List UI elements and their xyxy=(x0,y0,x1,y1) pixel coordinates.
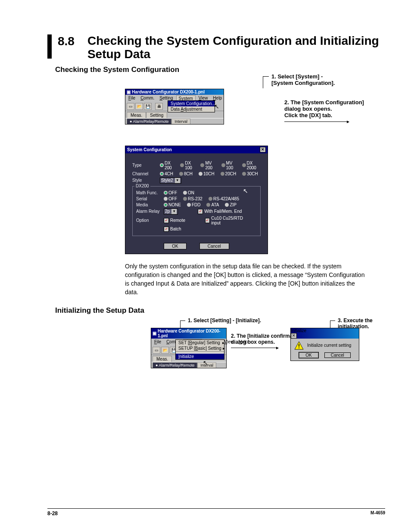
window2-title: Hardware Configurator DX200-1.pnl xyxy=(158,329,225,338)
initdlg-title: Initialize xyxy=(291,328,306,333)
label-style: Style xyxy=(132,178,156,183)
cursor-icon-3: ↖ xyxy=(203,359,208,366)
subtab-alarm2[interactable]: ● Alarm/Relay/Remote xyxy=(153,362,197,368)
menu-item-sysconfig[interactable]: System Configuration... xyxy=(168,101,215,106)
radio-media-fdd[interactable]: FDD xyxy=(187,202,201,207)
radio-media-fdd-label: FDD xyxy=(192,202,201,207)
chevron-down-icon: ▼ xyxy=(175,178,180,183)
warning-icon xyxy=(294,341,304,350)
label-channel: Channel xyxy=(132,171,156,176)
body-paragraph: Only the system configuration in the set… xyxy=(125,262,366,297)
init-cancel-button[interactable]: Cancel xyxy=(324,352,351,358)
label-math: Math Func. xyxy=(136,190,160,195)
tab-setting[interactable]: Setting xyxy=(146,112,167,118)
cancel-button[interactable]: Cancel xyxy=(199,243,229,249)
radio-4ch[interactable]: 4CH xyxy=(160,171,173,176)
radio-dx2000[interactable]: DX 2000 xyxy=(242,161,258,170)
radio-media-none-label: NONE xyxy=(168,202,181,207)
check-batch[interactable]: ✔Batch xyxy=(164,227,181,232)
radio-serial-off-label: OFF xyxy=(168,196,177,201)
radio-8ch[interactable]: 8CH xyxy=(179,171,193,176)
configurator-window-1: ▣ Hardware Configurator DX200-1.pnl File… xyxy=(125,89,224,124)
save-icon[interactable]: 💾 xyxy=(144,103,152,110)
menu-file[interactable]: File xyxy=(126,95,137,102)
page-footer: 8-28 M-4659 xyxy=(47,508,385,516)
radio-dx100[interactable]: DX 100 xyxy=(180,161,194,170)
page-number: 8-28 xyxy=(47,510,58,516)
callout-2-line2: dialog box opens. xyxy=(284,106,332,112)
radio-serial-422-label: RS-422A/485 xyxy=(213,196,239,201)
check-failmem[interactable]: ✔With Fail/Mem. End xyxy=(198,209,242,214)
sub-tabs: ● Alarm/Relay/Remote Interval xyxy=(125,118,224,124)
combo-alarm[interactable]: 2p▼ xyxy=(164,208,178,215)
radio-10ch[interactable]: 10CH xyxy=(199,171,215,176)
app-icon: ▣ xyxy=(153,331,156,336)
radio-media-zip-label: ZIP xyxy=(230,202,237,207)
radio-10ch-label: 10CH xyxy=(203,171,215,176)
radio-serial-232[interactable]: RS-232 xyxy=(183,196,202,201)
radio-20ch-label: 20CH xyxy=(225,171,237,176)
subtab-interval[interactable]: Interval xyxy=(171,118,190,124)
radio-20ch[interactable]: 20CH xyxy=(221,171,237,176)
init-ok-button[interactable]: OK xyxy=(299,352,318,358)
radio-media-none[interactable]: NONE xyxy=(164,202,181,207)
radio-media-ata[interactable]: ATA xyxy=(206,202,219,207)
print-icon[interactable]: 🖶 xyxy=(155,103,163,110)
callout-1-line1: 1. Select [System] - xyxy=(271,73,323,80)
menu-item-basic[interactable]: SETUP [Basic] Setting ▸ xyxy=(176,345,224,351)
check-remote[interactable]: ✔Remote xyxy=(164,218,185,223)
tab-meas2[interactable]: Meas. xyxy=(153,356,172,362)
menu-comm[interactable]: Comm. xyxy=(138,95,156,102)
row-type: Type DX 200 DX 100 MV 200 MV 100 DX 2000 xyxy=(132,161,261,170)
close-icon[interactable]: ✕ xyxy=(291,333,297,339)
initdlg-titlebar: Initialize ✕ xyxy=(291,328,359,339)
menu-item-initialize[interactable]: Initialize xyxy=(176,354,224,359)
radio-mv200[interactable]: MV 200 xyxy=(200,161,215,170)
radio-dx200[interactable]: DX 200 xyxy=(160,161,174,170)
tab-meas[interactable]: Meas. xyxy=(127,112,146,118)
callout-2: 2. The [System Configuration] dialog box… xyxy=(284,99,364,118)
radio-serial-422[interactable]: RS-422A/485 xyxy=(209,196,239,201)
callout-2-line1: 2. The [System Configuration] xyxy=(284,99,364,106)
group-label: DX200 xyxy=(134,184,150,188)
combo-style[interactable]: Style2▼ xyxy=(160,177,181,184)
dialog-title: System Configuration xyxy=(127,147,172,152)
open-icon[interactable]: 📂 xyxy=(135,103,143,110)
radio-media-ata-label: ATA xyxy=(211,202,219,207)
menu-item-dataadjust[interactable]: Data Adjustment xyxy=(168,106,215,112)
check-remote-label: Remote xyxy=(170,218,185,223)
radio-30ch[interactable]: 30CH xyxy=(242,171,258,176)
menu-file2[interactable]: File xyxy=(152,339,163,345)
chevron-down-icon: ▼ xyxy=(171,209,177,214)
open-icon[interactable]: 📂 xyxy=(161,347,169,354)
radio-dx2000-label: DX 2000 xyxy=(247,161,258,170)
label-option: Option xyxy=(136,218,160,223)
radio-math-on[interactable]: ON xyxy=(183,190,194,195)
label-serial: Serial xyxy=(136,196,160,201)
radio-mv100[interactable]: MV 100 xyxy=(221,161,236,170)
svg-rect-2 xyxy=(299,347,299,348)
radio-serial-off[interactable]: OFF xyxy=(164,196,177,201)
callout-3: 1. Select [Setting] - [Initialize]. xyxy=(188,317,261,324)
window2-titlebar: ▣ Hardware Configurator DX200-1.pnl xyxy=(151,328,226,339)
radio-mv100-label: MV 100 xyxy=(226,161,236,170)
subtab-alarm[interactable]: ● Alarm/Relay/Remote xyxy=(127,118,171,124)
radio-serial-232-label: RS-232 xyxy=(188,196,202,201)
section-header: 8.8 Checking the System Configuration an… xyxy=(47,34,385,61)
new-icon[interactable]: ▭ xyxy=(127,103,134,110)
menu-item-regular[interactable]: SET [Regular] Setting ▸ xyxy=(176,340,224,345)
radio-math-off[interactable]: OFF xyxy=(164,190,177,195)
dialog-titlebar: System Configuration ✕ xyxy=(125,146,268,153)
subheading-2: Initializing the Setup Data xyxy=(55,306,385,315)
ok-button[interactable]: OK xyxy=(164,243,186,249)
combo-alarm-value: 2p xyxy=(165,209,170,214)
row-channel: Channel 4CH 8CH 10CH 20CH 30CH xyxy=(132,171,261,176)
section-bar xyxy=(47,34,52,59)
radio-media-zip[interactable]: ZIP xyxy=(225,202,237,207)
check-cu10[interactable]: ✔Cu10 Cu25/RTD input xyxy=(205,216,252,225)
radio-math-off-label: OFF xyxy=(168,190,177,195)
close-icon[interactable]: ✕ xyxy=(260,147,266,152)
initdlg-message: Initialize current setting xyxy=(307,343,351,348)
new-icon[interactable]: ▭ xyxy=(153,347,160,354)
subheading-1: Checking the System Configuration xyxy=(55,65,385,74)
